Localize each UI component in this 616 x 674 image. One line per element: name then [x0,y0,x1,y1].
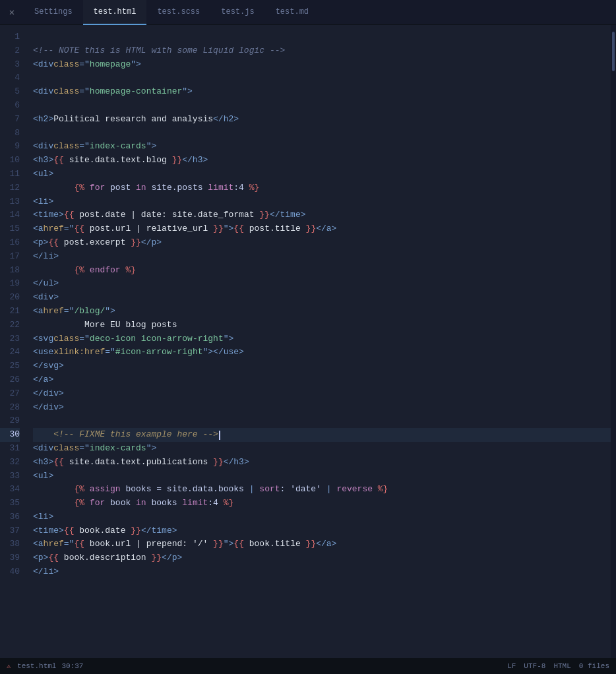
code-line-11: <ul> [33,168,611,181]
line-number-18: 18 [0,264,20,278]
code-line-25: </svg> [33,359,611,373]
tab-test-md-label: test.md [276,7,309,16]
code-line-4 [33,71,611,85]
code-line-39: <p>{{ book.description }}</p> [33,551,611,565]
line-number-4: 4 [0,71,20,85]
tab-test-scss[interactable]: test.scss [146,0,210,25]
line-number-2: 2 [0,44,20,58]
status-line-col: 30:37 [61,662,83,670]
scrollbar[interactable] [611,25,616,658]
code-line-22: More EU blog posts [33,319,611,332]
line-number-23: 23 [0,332,20,346]
tab-test-md[interactable]: test.md [265,0,319,25]
line-number-28: 28 [0,401,20,415]
status-charset: UTF-8 [524,662,545,670]
code-line-24: <use xlink:href="#icon-arrow-right"></us… [33,346,611,359]
code-line-33: <ul> [33,470,611,483]
code-line-30: <!-- FIXME this example here --> [33,428,611,442]
tab-settings-label: Settings [34,7,73,16]
line-number-15: 15 [0,222,20,236]
line-number-7: 7 [0,113,20,127]
line-number-16: 16 [0,236,20,250]
code-line-7: <h2>Political research and analysis</h2> [33,113,611,127]
code-line-35: {% for book in books limit:4 %} [33,497,611,510]
code-line-10: <h3>{{ site.data.text.blog }}</h3> [33,154,611,168]
line-number-34: 34 [0,483,20,497]
line-number-1: 1 [0,30,20,44]
line-number-31: 31 [0,442,20,456]
code-line-27: </div> [33,387,611,401]
line-number-17: 17 [0,250,20,264]
line-number-13: 13 [0,195,20,209]
code-line-18: {% endfor %} [33,264,611,278]
code-line-6 [33,99,611,113]
line-number-25: 25 [0,359,20,373]
tab-settings[interactable]: Settings [24,0,83,25]
line-number-24: 24 [0,346,20,359]
line-number-12: 12 [0,181,20,195]
line-number-32: 32 [0,456,20,470]
code-line-9: <div class="index-cards"> [33,140,611,154]
code-line-3: <div class="homepage"> [33,58,611,72]
tab-test-html-label: test.html [94,7,137,16]
line-number-3: 3 [0,58,20,72]
code-line-20: <div> [33,291,611,305]
code-line-17: </li> [33,250,611,264]
line-number-14: 14 [0,208,20,222]
status-filename: test.html [17,662,56,670]
code-line-37: <time>{{ book.date }}</time> [33,524,611,538]
line-number-6: 6 [0,99,20,113]
line-number-8: 8 [0,127,20,140]
code-line-19: </ul> [33,277,611,291]
line-number-39: 39 [0,551,20,565]
code-line-1 [33,30,611,44]
status-left: ⚠ test.html 30:37 [7,662,83,670]
code-line-26: </a> [33,373,611,387]
code-line-21: <a href="/blog/"> [33,305,611,319]
code-line-31: <div class="index-cards"> [33,442,611,456]
line-number-29: 29 [0,414,20,428]
line-number-19: 19 [0,277,20,291]
line-number-37: 37 [0,524,20,538]
code-line-23: <svg class="deco-icon icon-arrow-right"> [33,332,611,346]
code-line-38: <a href="{{ book.url | prepend: '/' }}">… [33,537,611,551]
line-number-30: 30 [0,428,20,442]
code-line-15: <a href="{{ post.url | relative_url }}">… [33,222,611,236]
status-files: 0 files [579,662,609,670]
code-line-34: {% assign books = site.data.books | sort… [33,483,611,497]
status-language: HTML [553,662,570,670]
code-line-8 [33,127,611,140]
scrollbar-thumb[interactable] [612,32,615,71]
tab-test-html[interactable]: test.html [83,0,147,25]
status-bar: ⚠ test.html 30:37 LF UTF-8 HTML 0 files [0,658,616,674]
code-line-28: </div> [33,401,611,415]
line-number-9: 9 [0,140,20,154]
status-encoding: LF [507,662,516,670]
close-button[interactable]: ✕ [0,0,24,25]
code-line-2: <!-- NOTE this is HTML with some Liquid … [33,44,611,58]
code-line-40: </li> [33,565,611,579]
tab-bar: ✕ Settings test.html test.scss test.js t… [0,0,616,25]
line-number-22: 22 [0,319,20,332]
line-number-21: 21 [0,305,20,319]
line-number-20: 20 [0,291,20,305]
code-line-13: <li> [33,195,611,209]
code-line-36: <li> [33,510,611,524]
line-number-11: 11 [0,168,20,181]
code-area[interactable]: <!-- NOTE this is HTML with some Liquid … [28,25,611,658]
line-number-33: 33 [0,470,20,483]
line-number-5: 5 [0,85,20,99]
line-numbers: 1234567891011121314151617181920212223242… [0,25,28,658]
code-line-29 [33,414,611,428]
tab-test-js-label: test.js [221,7,254,16]
tab-test-js[interactable]: test.js [210,0,264,25]
status-right: LF UTF-8 HTML 0 files [507,662,609,670]
line-number-27: 27 [0,387,20,401]
line-number-35: 35 [0,497,20,510]
tab-test-scss-label: test.scss [157,7,200,16]
line-number-36: 36 [0,510,20,524]
code-line-14: <time>{{ post.date | date: site.date_for… [33,208,611,222]
line-number-40: 40 [0,565,20,579]
line-number-38: 38 [0,537,20,551]
line-number-10: 10 [0,154,20,168]
